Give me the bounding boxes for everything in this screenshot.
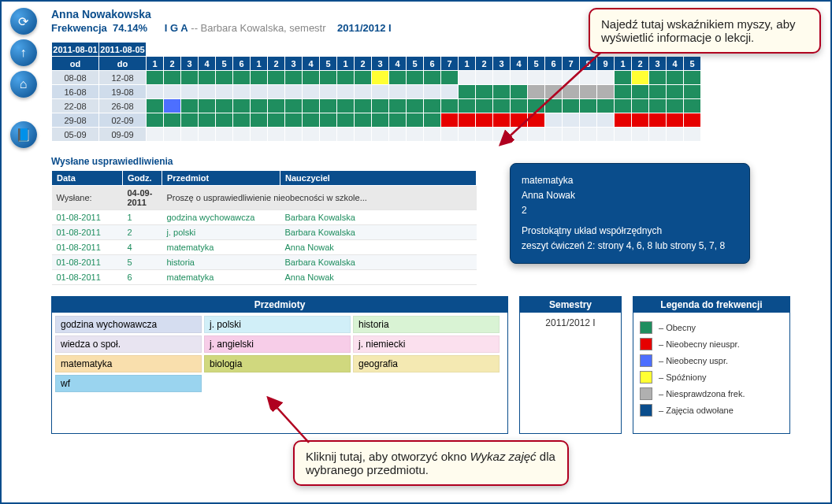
attendance-cell[interactable] [147, 85, 164, 99]
attendance-cell[interactable] [407, 85, 424, 99]
attendance-cell[interactable] [528, 71, 545, 85]
attendance-cell[interactable] [563, 71, 580, 85]
attendance-cell[interactable] [199, 85, 216, 99]
attendance-cell[interactable] [251, 85, 268, 99]
attendance-cell[interactable] [251, 113, 268, 128]
excuses-cell[interactable]: 01-08-2011 [52, 255, 123, 270]
attendance-cell[interactable] [563, 99, 580, 113]
attendance-cell[interactable] [667, 85, 684, 99]
attendance-cell[interactable] [545, 85, 563, 99]
attendance-cell[interactable] [528, 113, 545, 128]
attendance-cell[interactable] [459, 128, 476, 142]
attendance-cell[interactable] [407, 71, 424, 85]
excuses-cell[interactable]: 01-08-2011 [52, 225, 123, 240]
attendance-cell[interactable] [303, 113, 320, 128]
attendance-cell[interactable] [563, 113, 580, 128]
attendance-cell[interactable] [615, 71, 632, 85]
attendance-cell[interactable] [441, 71, 459, 85]
attendance-cell[interactable] [528, 99, 545, 113]
subject-chip[interactable]: historia [353, 316, 500, 333]
attendance-cell[interactable] [268, 85, 285, 99]
attendance-cell[interactable] [285, 99, 303, 113]
attendance-cell[interactable] [372, 128, 389, 142]
up-button[interactable]: ↑ [10, 39, 37, 66]
attendance-cell[interactable] [684, 71, 701, 85]
attendance-cell[interactable] [563, 128, 580, 142]
attendance-cell[interactable] [493, 113, 511, 128]
attendance-cell[interactable] [147, 99, 164, 113]
attendance-cell[interactable] [181, 71, 199, 85]
attendance-cell[interactable] [355, 85, 372, 99]
attendance-cell[interactable] [528, 85, 545, 99]
attendance-cell[interactable] [181, 128, 199, 142]
excuses-cell[interactable]: Anna Nowak [280, 240, 477, 255]
attendance-cell[interactable] [181, 99, 199, 113]
attendance-cell[interactable] [615, 85, 632, 99]
attendance-cell[interactable] [684, 85, 701, 99]
attendance-cell[interactable] [285, 128, 303, 142]
attendance-cell[interactable] [667, 99, 684, 113]
subject-chip[interactable]: geografia [353, 355, 500, 372]
attendance-cell[interactable] [372, 71, 389, 85]
attendance-cell[interactable] [511, 99, 528, 113]
attendance-cell[interactable] [424, 128, 441, 142]
attendance-cell[interactable] [597, 71, 615, 85]
attendance-cell[interactable] [372, 99, 389, 113]
attendance-cell[interactable] [320, 71, 337, 85]
attendance-cell[interactable] [320, 85, 337, 99]
attendance-cell[interactable] [337, 128, 355, 142]
attendance-cell[interactable] [493, 85, 511, 99]
attendance-cell[interactable] [199, 128, 216, 142]
attendance-cell[interactable] [355, 99, 372, 113]
attendance-cell[interactable] [667, 128, 684, 142]
excuses-cell[interactable]: 01-08-2011 [52, 270, 123, 285]
attendance-cell[interactable] [389, 128, 407, 142]
attendance-cell[interactable] [268, 71, 285, 85]
attendance-cell[interactable] [667, 71, 684, 85]
attendance-cell[interactable] [407, 113, 424, 128]
attendance-cell[interactable] [580, 71, 597, 85]
home-button[interactable]: ⌂ [10, 71, 37, 98]
attendance-cell[interactable] [337, 113, 355, 128]
attendance-cell[interactable] [355, 128, 372, 142]
attendance-cell[interactable] [147, 128, 164, 142]
attendance-cell[interactable] [320, 128, 337, 142]
attendance-cell[interactable] [632, 85, 649, 99]
attendance-cell[interactable] [459, 71, 476, 85]
excuses-cell[interactable]: 01-08-2011 [52, 210, 123, 225]
attendance-cell[interactable] [181, 85, 199, 99]
attendance-cell[interactable] [355, 71, 372, 85]
attendance-cell[interactable] [199, 99, 216, 113]
attendance-cell[interactable] [597, 113, 615, 128]
attendance-cell[interactable] [649, 128, 667, 142]
attendance-cell[interactable] [580, 85, 597, 99]
attendance-cell[interactable] [233, 128, 251, 142]
attendance-cell[interactable] [337, 85, 355, 99]
attendance-cell[interactable] [251, 99, 268, 113]
attendance-cell[interactable] [407, 99, 424, 113]
attendance-cell[interactable] [424, 71, 441, 85]
attendance-cell[interactable] [285, 85, 303, 99]
attendance-cell[interactable] [684, 113, 701, 128]
attendance-cell[interactable] [389, 71, 407, 85]
excuses-cell[interactable]: j. polski [162, 225, 280, 240]
attendance-cell[interactable] [649, 71, 667, 85]
attendance-cell[interactable] [545, 113, 563, 128]
attendance-cell[interactable] [251, 128, 268, 142]
attendance-cell[interactable] [632, 71, 649, 85]
attendance-cell[interactable] [649, 113, 667, 128]
attendance-cell[interactable] [667, 113, 684, 128]
attendance-cell[interactable] [320, 113, 337, 128]
attendance-cell[interactable] [441, 128, 459, 142]
attendance-cell[interactable] [649, 99, 667, 113]
attendance-cell[interactable] [164, 71, 181, 85]
attendance-cell[interactable] [441, 113, 459, 128]
excuses-cell[interactable]: matematyka [162, 270, 280, 285]
attendance-cell[interactable] [303, 99, 320, 113]
attendance-cell[interactable] [615, 99, 632, 113]
attendance-cell[interactable] [233, 71, 251, 85]
attendance-cell[interactable] [199, 113, 216, 128]
attendance-cell[interactable] [493, 128, 511, 142]
attendance-cell[interactable] [597, 128, 615, 142]
attendance-cell[interactable] [216, 85, 233, 99]
